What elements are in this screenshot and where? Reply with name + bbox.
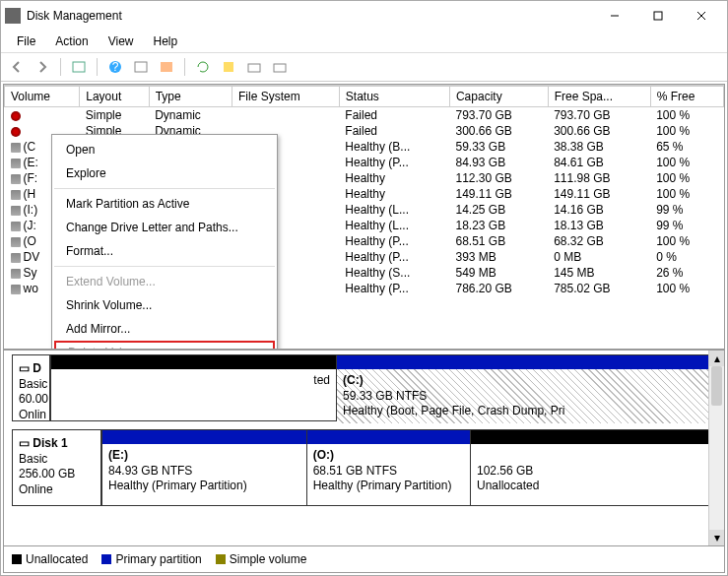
ctx-explore[interactable]: Explore [52, 161, 277, 185]
disk-icon [11, 159, 21, 168]
col-7[interactable]: % Free [650, 86, 723, 107]
col-6[interactable]: Free Spa... [548, 86, 650, 107]
toolbar-icon-3[interactable] [131, 57, 151, 77]
legend-unallocated: Unallocated [26, 552, 88, 566]
disk-icon [11, 222, 21, 231]
volume-row[interactable]: SimpleDynamicFailed793.70 GB793.70 GB100… [5, 107, 724, 124]
menu-file[interactable]: File [7, 32, 45, 50]
legend-primary-swatch [101, 554, 111, 564]
scroll-up-icon[interactable]: ▴ [709, 351, 724, 366]
svg-rect-1 [654, 12, 662, 20]
disk-0-part-c[interactable]: (C:) 59.33 GB NTFS Healthy (Boot, Page F… [336, 355, 715, 420]
help-icon[interactable]: ? [105, 57, 125, 77]
cell: 100 % [650, 233, 723, 249]
svg-rect-8 [161, 62, 172, 72]
disk-1-unallocated[interactable]: 102.56 GB Unallocated [470, 430, 715, 505]
cell: 111.98 GB [548, 170, 650, 186]
cell: Dynamic [149, 107, 232, 124]
col-5[interactable]: Capacity [449, 86, 548, 107]
disk-1-part-e-name: (E:) [108, 448, 300, 464]
cell: Healthy (L... [339, 202, 449, 218]
disk-icon [11, 253, 21, 263]
ctx-change-letter[interactable]: Change Drive Letter and Paths... [52, 216, 277, 239]
error-disk-icon [11, 127, 21, 137]
disk-1-part-e-status: Healthy (Primary Partition) [108, 479, 300, 494]
disk-1-type: Basic [19, 452, 95, 468]
col-4[interactable]: Status [339, 86, 449, 107]
title-bar: Disk Management [1, 1, 727, 31]
toolbar-icon-7[interactable] [244, 57, 264, 77]
cell: Healthy (P... [339, 233, 449, 249]
refresh-icon[interactable] [193, 57, 213, 77]
menu-help[interactable]: Help [144, 32, 188, 50]
ctx-add-mirror[interactable]: Add Mirror... [52, 317, 277, 341]
disk-0-row: ▭ D Basic 60.00 Onlin ted (C:) 59.33 GB [12, 354, 716, 421]
scroll-thumb[interactable] [711, 366, 722, 406]
disk-1-part-o[interactable]: (O:) 68.51 GB NTFS Healthy (Primary Part… [306, 430, 470, 505]
toolbar-icon-8[interactable] [270, 57, 290, 77]
disk-1-row: ▭ Disk 1 Basic 256.00 GB Online (E:) 84.… [12, 429, 716, 506]
disk-0-size: 60.00 [19, 392, 43, 408]
disk-0-part-1-text: ted [313, 373, 330, 387]
cell: 18.23 GB [449, 218, 548, 233]
scroll-down-icon[interactable]: ▾ [709, 530, 724, 545]
disk-icon [11, 237, 21, 247]
cell: 785.02 GB [548, 281, 650, 296]
content-area: VolumeLayoutTypeFile SystemStatusCapacit… [3, 84, 725, 573]
cell: 793.70 GB [449, 107, 548, 124]
disk-icon [11, 285, 21, 294]
volume-list[interactable]: VolumeLayoutTypeFile SystemStatusCapacit… [4, 85, 724, 349]
legend-unallocated-swatch [12, 554, 22, 564]
ctx-delete-volume[interactable]: Delete Volume... [54, 341, 275, 349]
ctx-open[interactable]: Open [52, 138, 277, 161]
forward-button[interactable] [33, 57, 52, 77]
ctx-extend-volume: Extend Volume... [52, 270, 277, 293]
menu-action[interactable]: Action [45, 32, 98, 50]
cell [232, 107, 340, 124]
back-button[interactable] [7, 57, 27, 77]
disk-0-part-1[interactable]: ted [50, 355, 336, 420]
ctx-format[interactable]: Format... [52, 239, 277, 263]
cell: Healthy [339, 186, 449, 202]
disk-pane: ▭ D Basic 60.00 Onlin ted (C:) 59.33 GB [4, 349, 724, 545]
cell [5, 107, 80, 124]
disk-1-part-o-size: 68.51 GB NTFS [313, 464, 464, 480]
cell: 14.16 GB [548, 202, 650, 218]
legend-primary: Primary partition [115, 552, 201, 566]
cell: 68.32 GB [548, 233, 650, 249]
disk-1-part-e-size: 84.93 GB NTFS [108, 464, 300, 480]
col-0[interactable]: Volume [5, 86, 80, 107]
cell: 393 MB [449, 249, 548, 265]
disk-icon [11, 190, 21, 200]
ctx-mark-active[interactable]: Mark Partition as Active [52, 192, 277, 216]
disk-1-part-o-status: Healthy (Primary Partition) [313, 479, 464, 494]
maximize-button[interactable] [636, 2, 680, 30]
toolbar-icon-6[interactable] [219, 57, 238, 77]
cell: 18.13 GB [548, 218, 650, 233]
cell: 38.38 GB [548, 139, 650, 155]
col-3[interactable]: File System [232, 86, 340, 107]
ctx-shrink-volume[interactable]: Shrink Volume... [52, 293, 277, 317]
disk-1-part-e[interactable]: (E:) 84.93 GB NTFS Healthy (Primary Part… [101, 430, 306, 505]
legend: Unallocated Primary partition Simple vol… [4, 545, 724, 572]
toolbar: ? [1, 53, 727, 82]
toolbar-icon-1[interactable] [69, 57, 89, 77]
minimize-button[interactable] [593, 2, 636, 30]
disk-scrollbar[interactable]: ▴ ▾ [708, 351, 724, 545]
cell: 100 % [650, 155, 723, 170]
disk-1-label: ▭ Disk 1 Basic 256.00 GB Online [13, 430, 101, 505]
cell: Failed [339, 107, 449, 124]
disk-1-size: 256.00 GB [19, 467, 95, 482]
svg-rect-4 [73, 62, 85, 72]
disk-1-part-o-name: (O:) [313, 448, 464, 464]
svg-text:?: ? [112, 60, 119, 74]
col-1[interactable]: Layout [80, 86, 149, 107]
disk-management-window: Disk Management File Action View Help ? … [0, 0, 728, 576]
menu-view[interactable]: View [99, 32, 144, 50]
close-button[interactable] [680, 2, 723, 30]
cell: 0 % [650, 249, 723, 265]
cell: 300.66 GB [449, 123, 548, 139]
cell: Healthy (L... [339, 218, 449, 233]
toolbar-icon-4[interactable] [157, 57, 176, 77]
col-2[interactable]: Type [149, 86, 232, 107]
